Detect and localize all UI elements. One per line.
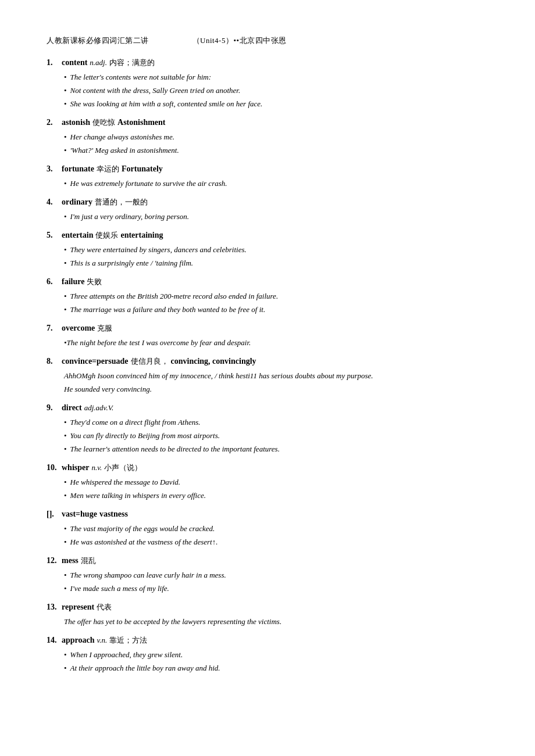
example-item: Not content with the dress, Sally Green … [64,85,488,97]
example-list: Her change always astonishes me.'What?' … [64,131,488,157]
vocab-chinese: 使信月良， [131,356,169,368]
vocab-title: 9.directadj.adv.V. [47,402,488,414]
vocab-item: 7.overcome克服•The night before the test I… [47,322,488,349]
example-item: At their approach the little boy ran awa… [64,662,488,675]
example-item: 'What?' Meg asked in astonishment. [64,145,488,157]
example-list: When I approached, they grew silent.At t… [64,649,488,675]
vocab-item: 9.directadj.adv.V.They'd come on a direc… [47,402,488,456]
vocab-chinese: 小声（说） [104,462,142,474]
vocab-item: 3.fortunate幸运的 FortunatelyHe was extreme… [47,163,488,190]
vocab-item: 8.convince=persuade使信月良， convincing, con… [47,355,488,396]
vocab-item: 4.ordinary普通的，一般的I'm just a very ordinar… [47,196,488,223]
vocab-num: 3. [47,163,59,175]
example-list: He was extremely fortunate to survive th… [64,178,488,190]
vocab-num: 10. [47,461,59,474]
vocab-chinese: 克服 [97,323,112,335]
header-subtitle: （Unit4-5）••北京四中张恩 [192,36,287,45]
vocab-english: entertain [62,229,93,242]
example-list: The wrong shampoo can leave curly hair i… [64,569,488,595]
page-header: 人教新课标必修四词汇第二讲 （Unit4-5）••北京四中张恩 [47,35,488,47]
vocab-english: mess [62,554,79,567]
example-item: They'd come on a direct flight from Athe… [64,417,488,429]
vocab-title: 6.failure失败 [47,275,488,288]
vocab-item: 12.mess混乱The wrong shampoo can leave cur… [47,554,488,595]
vocab-extra: Astonishment [117,116,165,129]
vocab-english: failure [62,275,84,288]
vocab-chinese: 普通的，一般的 [95,196,148,209]
vocab-num: 9. [47,402,59,414]
example-item: The letter's contents were not suitable … [64,71,488,84]
example-item: She was looking at him with a soft, cont… [64,98,488,110]
vocab-num: 12. [47,554,59,567]
vocab-num: []. [47,508,59,521]
vocab-chinese: 靠近；方法 [109,635,147,647]
vocab-num: 14. [47,634,59,647]
header-title: 人教新课标必修四词汇第二讲 [47,36,149,45]
vocab-pos: n.adj. [90,57,107,69]
vocab-title: 12.mess混乱 [47,554,488,567]
vocab-english: direct [62,402,82,414]
vocab-pos: adj.adv.V. [84,402,113,414]
vocab-item: 13.represent代表The offer has yet to be ac… [47,601,488,628]
vocab-english: convince=persuade [62,355,129,368]
vocab-english: whisper [62,461,89,474]
example-item: Her change always astonishes me. [64,131,488,144]
example-item: He was extremely fortunate to survive th… [64,178,488,190]
vocab-title: 1.contentn.adj.内容；满意的 [47,56,488,69]
vocab-extra: convincing, convincingly [171,355,256,368]
block-example: He sounded very convincing. [64,384,488,396]
vocab-english: vast=huge [62,508,97,521]
vocab-num: 4. [47,196,59,209]
vocab-num: 2. [47,116,59,129]
block-example: AhhOMgh Isoon convinced him of my innoce… [64,370,488,382]
vocab-title: 2.astonish使吃惊 Astonishment [47,116,488,129]
example-list: They'd come on a direct flight from Athe… [64,417,488,455]
vocab-item: 1.contentn.adj.内容；满意的The letter's conten… [47,56,488,110]
vocab-chinese: 内容；满意的 [109,57,155,69]
vocab-num: 5. [47,229,59,242]
vocab-chinese: 混乱 [81,555,96,567]
vocab-english: represent [62,601,94,614]
example-list: Three attempts on the British 200-metre … [64,291,488,316]
vocab-english: astonish [62,116,90,129]
example-item: The learner's attention needs to be dire… [64,443,488,456]
vocab-english: fortunate [62,163,94,175]
vocab-item: 2.astonish使吃惊 AstonishmentHer change alw… [47,116,488,157]
example-item: He whispered the message to David. [64,476,488,489]
vocab-chinese: 失败 [87,276,102,288]
vocab-num: 7. [47,322,59,335]
vocab-english: overcome [62,322,95,335]
vocab-title: 13.represent代表 [47,601,488,614]
example-list: I'm just a very ordinary, boring person. [64,211,488,223]
vocab-title: 10.whispern.v.小声（说） [47,461,488,474]
vocab-chinese: 代表 [97,601,112,614]
vocab-num: 1. [47,56,59,69]
vocab-extra: vastness [99,508,128,521]
example-item: I'm just a very ordinary, boring person. [64,211,488,223]
vocab-title: 3.fortunate幸运的 Fortunately [47,163,488,175]
block-example: The offer has yet to be accepted by the … [64,616,488,628]
example-item: They were entertained by singers, dancer… [64,244,488,256]
vocab-num: 13. [47,601,59,614]
vocab-chinese: 使吃惊 [92,117,115,129]
example-item: Men were talking in whispers in every of… [64,490,488,502]
vocab-title: 4.ordinary普通的，一般的 [47,196,488,209]
example-item: The wrong shampoo can leave curly hair i… [64,569,488,582]
vocab-extra: entertaining [120,229,163,242]
example-item: I've made such a mess of my life. [64,583,488,595]
block-example: •The night before the test I was overcom… [64,337,488,349]
example-list: The letter's contents were not suitable … [64,71,488,110]
vocab-title: 5.entertain使娱乐 entertaining [47,229,488,242]
example-item: The marriage was a failure and they both… [64,304,488,316]
vocabulary-list: 1.contentn.adj.内容；满意的The letter's conten… [47,56,488,675]
example-item: You can fly directly to Beijing from mos… [64,430,488,442]
example-item: This is a surprisingly ente / 'taining f… [64,257,488,270]
vocab-english: content [62,56,87,69]
example-list: He whispered the message to David.Men we… [64,476,488,502]
vocab-title: 8.convince=persuade使信月良， convincing, con… [47,355,488,368]
vocab-title: [].vast=huge vastness [47,508,488,521]
vocab-item: [].vast=huge vastnessThe vast majority o… [47,508,488,549]
vocab-item: 14.approachv.n.靠近；方法When I approached, t… [47,634,488,675]
example-list: The vast majority of the eggs would be c… [64,523,488,549]
example-item: When I approached, they grew silent. [64,649,488,661]
